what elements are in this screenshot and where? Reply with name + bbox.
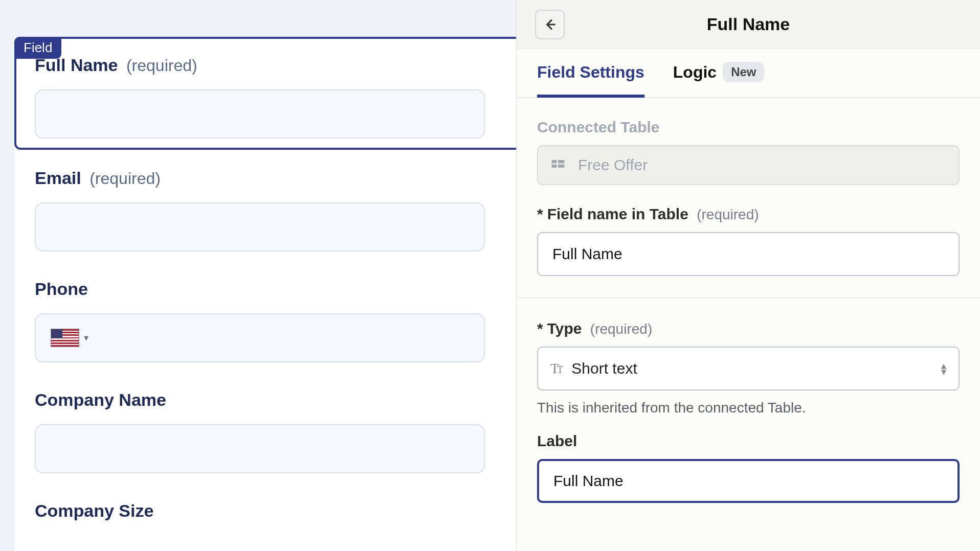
panel-header: Full Name	[517, 0, 980, 49]
type-helper-text: This is inherited from the connected Tab…	[537, 400, 960, 416]
field-settings-panel: Full Name Field Settings Logic New Conne…	[516, 0, 980, 551]
field-label: Email	[35, 168, 81, 188]
required-star: *	[537, 320, 543, 337]
company-name-input[interactable]	[35, 424, 485, 473]
updown-chevron-icon: ▴▾	[941, 362, 946, 375]
full-name-input[interactable]	[35, 89, 485, 139]
svg-rect-0	[552, 160, 557, 163]
arrow-left-icon	[542, 16, 558, 33]
field-name-input[interactable]	[537, 232, 960, 276]
connected-table-label: Connected Table	[537, 119, 960, 136]
type-label-text: Type	[547, 320, 582, 337]
form-field-full-name[interactable]: Field Full Name (required)	[14, 37, 516, 150]
tab-field-settings[interactable]: Field Settings	[537, 50, 644, 98]
field-label: Company Size	[35, 501, 153, 521]
tab-logic[interactable]: Logic New	[673, 50, 765, 98]
field-name-label-text: Field name in Table	[547, 205, 688, 222]
form-field-phone[interactable]: Phone ▾	[35, 261, 496, 372]
form-card: Field Full Name (required) Email (requir…	[14, 37, 516, 551]
new-badge: New	[723, 62, 764, 82]
form-field-company-name[interactable]: Company Name	[35, 372, 496, 483]
type-select-value: Short text	[571, 360, 637, 377]
type-select[interactable]: TT Short text ▴▾	[537, 347, 960, 391]
required-indicator: (required)	[590, 321, 652, 337]
label-input[interactable]	[537, 459, 960, 503]
required-indicator: (required)	[697, 206, 759, 222]
chevron-down-icon[interactable]: ▾	[84, 332, 88, 343]
tab-logic-label: Logic	[673, 63, 717, 82]
selected-field-tag: Field	[14, 37, 61, 59]
text-type-icon: TT	[550, 360, 561, 377]
flag-usa-icon[interactable]	[51, 329, 79, 347]
label-field-label: Label	[537, 432, 960, 450]
form-preview-area: Field Full Name (required) Email (requir…	[0, 0, 516, 551]
connected-table-value: Free Offer	[537, 145, 960, 185]
panel-title: Full Name	[707, 14, 790, 34]
required-star: *	[537, 205, 543, 222]
svg-rect-1	[558, 160, 565, 163]
email-input[interactable]	[35, 202, 485, 251]
svg-rect-3	[558, 165, 565, 168]
panel-body: Connected Table Free Offer *Field name i…	[517, 98, 980, 503]
field-label: Phone	[35, 279, 88, 299]
back-button[interactable]	[535, 10, 565, 39]
required-indicator: (required)	[90, 169, 161, 188]
required-indicator: (required)	[126, 56, 197, 75]
form-field-company-size[interactable]: Company Size	[35, 483, 496, 530]
svg-rect-2	[552, 165, 557, 168]
panel-tabs: Field Settings Logic New	[517, 49, 980, 98]
field-name-label: *Field name in Table (required)	[537, 205, 960, 223]
section-divider	[517, 297, 980, 299]
field-label: Company Name	[35, 390, 166, 410]
connected-table-name: Free Offer	[578, 156, 648, 174]
phone-input[interactable]: ▾	[35, 313, 485, 362]
type-label: *Type (required)	[537, 320, 960, 337]
table-icon	[550, 157, 566, 173]
form-field-email[interactable]: Email (required)	[35, 150, 496, 261]
